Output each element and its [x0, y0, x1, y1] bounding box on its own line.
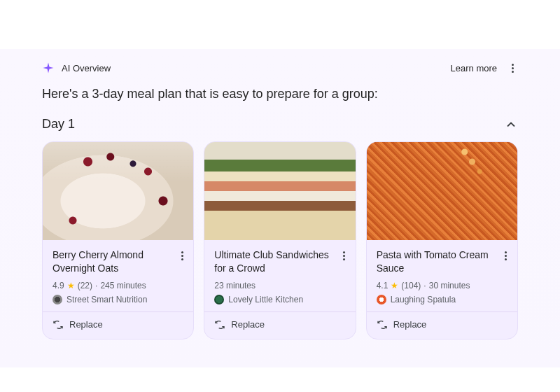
replace-label: Replace	[231, 319, 265, 330]
recipe-meta: 4.1 ★ (104) · 30 minutes	[377, 281, 512, 290]
card-body: Pasta with Tomato Cream Sauce 4.1 ★ (104…	[367, 240, 517, 312]
card-more-icon[interactable]	[500, 250, 512, 261]
card-more-icon[interactable]	[176, 250, 188, 261]
recipe-title: Ultimate Club Sandwiches for a Crowd	[214, 248, 335, 275]
sparkle-icon	[42, 62, 55, 74]
replace-label: Replace	[393, 319, 427, 330]
recipe-meta: 23 minutes	[214, 281, 349, 290]
time-value: 245 minutes	[100, 281, 146, 290]
source-name: Laughing Spatula	[391, 295, 456, 304]
ai-overview-label: AI Overview	[62, 63, 111, 74]
replace-label: Replace	[69, 319, 103, 330]
rating-value: 4.1	[377, 281, 388, 290]
learn-more-link[interactable]: Learn more	[451, 63, 497, 74]
source-favicon-icon	[52, 295, 62, 304]
source-row: Lovely Little Kitchen	[214, 295, 349, 304]
star-icon: ★	[391, 281, 398, 290]
recipe-card[interactable]: Ultimate Club Sandwiches for a Crowd 23 …	[204, 141, 356, 340]
time-value: 30 minutes	[429, 281, 470, 290]
recipe-cards: Berry Cherry Almond Overnight Oats 4.9 ★…	[42, 141, 518, 340]
recipe-title: Pasta with Tomato Cream Sauce	[377, 248, 498, 275]
card-body: Berry Cherry Almond Overnight Oats 4.9 ★…	[43, 240, 193, 312]
time-value: 23 minutes	[214, 281, 255, 290]
review-count: (104)	[401, 281, 421, 290]
separator: ·	[95, 281, 97, 290]
more-options-icon[interactable]	[507, 62, 518, 74]
review-count: (22)	[78, 281, 92, 290]
separator: ·	[424, 281, 426, 290]
panel-header: AI Overview Learn more	[42, 62, 518, 74]
replace-button[interactable]: Replace	[204, 312, 355, 339]
replace-button[interactable]: Replace	[367, 312, 517, 339]
header-left: AI Overview	[42, 62, 111, 74]
ai-overview-panel: AI Overview Learn more Here's a 3-day me…	[0, 49, 560, 368]
chevron-up-icon	[504, 118, 518, 132]
recipe-image	[367, 142, 517, 240]
star-icon: ★	[67, 281, 75, 290]
recipe-title: Berry Cherry Almond Overnight Oats	[52, 248, 174, 275]
swap-icon	[214, 319, 225, 330]
rating-value: 4.9	[52, 281, 64, 290]
recipe-card[interactable]: Pasta with Tomato Cream Sauce 4.1 ★ (104…	[366, 141, 518, 340]
header-right: Learn more	[451, 62, 518, 74]
intro-text: Here's a 3-day meal plan that is easy to…	[42, 87, 518, 102]
card-more-icon[interactable]	[339, 250, 350, 261]
swap-icon	[52, 319, 64, 330]
source-row: Street Smart Nutrition	[52, 295, 188, 304]
source-name: Lovely Little Kitchen	[228, 295, 303, 304]
recipe-card[interactable]: Berry Cherry Almond Overnight Oats 4.9 ★…	[42, 141, 194, 340]
source-name: Street Smart Nutrition	[66, 295, 147, 304]
top-spacer	[0, 0, 560, 49]
source-favicon-icon	[377, 295, 386, 304]
card-body: Ultimate Club Sandwiches for a Crowd 23 …	[204, 240, 355, 312]
recipe-image	[43, 142, 193, 240]
recipe-meta: 4.9 ★ (22) · 245 minutes	[52, 281, 188, 290]
recipe-image	[204, 142, 355, 240]
source-row: Laughing Spatula	[377, 295, 512, 304]
swap-icon	[377, 319, 388, 330]
replace-button[interactable]: Replace	[43, 312, 193, 339]
source-favicon-icon	[214, 295, 224, 304]
day-title: Day 1	[42, 117, 75, 132]
day-header[interactable]: Day 1	[42, 117, 518, 132]
